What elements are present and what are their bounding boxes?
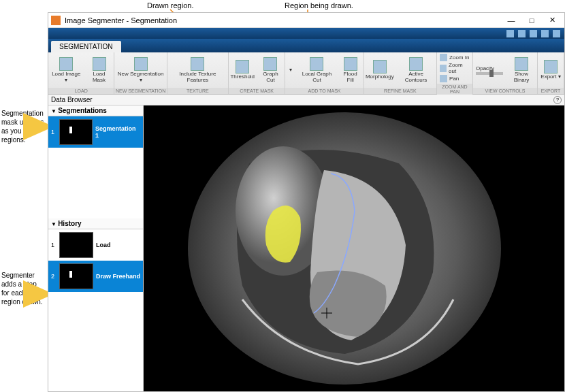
pan-button[interactable]: Pan bbox=[440, 75, 470, 82]
new-segmentation-button[interactable]: New Segmentation ▾ bbox=[114, 52, 166, 88]
annotation-step-added: Segmenter adds a step for each region dr… bbox=[1, 271, 46, 306]
texture-icon bbox=[191, 57, 204, 71]
item-index: 2 bbox=[51, 273, 56, 280]
addto-dropdown[interactable]: ▾ bbox=[285, 52, 296, 88]
binary-icon bbox=[515, 57, 528, 71]
localgc-icon bbox=[310, 57, 323, 71]
graphcut-icon bbox=[263, 57, 277, 71]
side-panel: Segmentations 1 Segmentation 1 History 1… bbox=[48, 105, 144, 391]
zoom-in-button[interactable]: Zoom In bbox=[440, 54, 470, 61]
collapse-icon[interactable]: ? bbox=[553, 96, 562, 104]
segmentations-header[interactable]: Segmentations bbox=[48, 105, 143, 116]
history-thumb bbox=[59, 263, 93, 289]
segmentation-item[interactable]: 1 Segmentation 1 bbox=[48, 116, 143, 148]
threshold-button[interactable]: Threshold bbox=[229, 52, 257, 88]
item-index: 1 bbox=[51, 242, 56, 248]
local-graph-cut-button[interactable]: Local Graph Cut bbox=[296, 52, 337, 88]
zoomout-icon bbox=[440, 65, 447, 72]
group-addto-label: ADD TO MASK bbox=[285, 88, 363, 94]
pan-icon bbox=[440, 75, 447, 82]
window-title: Image Segmenter - Segmentation bbox=[65, 16, 502, 24]
history-header[interactable]: History bbox=[48, 218, 143, 229]
qa-icon[interactable] bbox=[506, 30, 514, 37]
load-mask-icon bbox=[93, 57, 106, 71]
morph-icon bbox=[373, 60, 387, 74]
history-label: Draw Freehand bbox=[96, 273, 140, 280]
qa-icon[interactable] bbox=[541, 30, 549, 37]
load-mask-button[interactable]: Load Mask bbox=[84, 52, 114, 88]
mri-image bbox=[181, 109, 508, 388]
group-texture-label: TEXTURE bbox=[167, 88, 228, 94]
data-browser-header[interactable]: Data Browser ? bbox=[48, 95, 564, 105]
group-create-label: CREATE MASK bbox=[229, 88, 285, 94]
contours-icon bbox=[409, 57, 423, 71]
load-image-button[interactable]: Load Image ▾ bbox=[48, 52, 84, 88]
flood-fill-button[interactable]: Flood Fill bbox=[338, 52, 364, 88]
group-load-label: LOAD bbox=[48, 88, 114, 94]
active-contours-button[interactable]: Active Contours bbox=[396, 52, 436, 88]
segmentation-label: Segmentation 1 bbox=[95, 125, 140, 139]
segmentation-thumb bbox=[59, 119, 93, 145]
group-export-label: EXPORT bbox=[538, 88, 564, 94]
group-zoom-label: ZOOM AND PAN bbox=[437, 84, 472, 95]
group-newseg-label: NEW SEGMENTATION bbox=[114, 88, 166, 94]
annotation-being-drawn: Region being drawn. bbox=[285, 1, 353, 10]
graph-cut-button[interactable]: Graph Cut bbox=[257, 52, 285, 88]
annotation-drawn-region: Drawn region. bbox=[147, 1, 193, 10]
image-canvas[interactable] bbox=[144, 105, 564, 391]
item-index: 1 bbox=[51, 129, 56, 135]
qa-icon[interactable] bbox=[553, 30, 560, 37]
history-item-draw[interactable]: 2 Draw Freehand bbox=[48, 261, 143, 292]
app-icon bbox=[51, 16, 61, 25]
history-thumb bbox=[59, 232, 93, 258]
close-button[interactable]: ✕ bbox=[543, 14, 562, 27]
qa-icon[interactable] bbox=[530, 30, 537, 37]
history-label: Load bbox=[96, 242, 111, 248]
new-seg-icon bbox=[134, 57, 148, 71]
app-window: Image Segmenter - Segmentation — □ ✕ SEG… bbox=[48, 12, 565, 392]
annotation-mask-updates: Segmentation mask updates as you draw re… bbox=[1, 109, 46, 144]
export-icon bbox=[544, 60, 558, 74]
minimize-button[interactable]: — bbox=[502, 14, 521, 27]
history-item-load[interactable]: 1 Load bbox=[48, 229, 143, 261]
texture-button[interactable]: Include Texture Features bbox=[167, 52, 228, 88]
group-refine-label: REFINE MASK bbox=[364, 88, 436, 94]
group-view-label: VIEW CONTROLS bbox=[473, 88, 537, 94]
tab-segmentation[interactable]: SEGMENTATION bbox=[51, 41, 121, 52]
data-browser-label: Data Browser bbox=[51, 96, 93, 103]
zoomin-icon bbox=[440, 54, 447, 61]
morphology-button[interactable]: Morphology bbox=[364, 52, 396, 88]
tab-bar: SEGMENTATION bbox=[48, 39, 564, 52]
show-binary-button[interactable]: Show Binary bbox=[506, 52, 537, 88]
zoom-out-button[interactable]: Zoom out bbox=[440, 62, 470, 74]
titlebar: Image Segmenter - Segmentation — □ ✕ bbox=[48, 13, 564, 28]
floodfill-icon bbox=[344, 57, 357, 71]
export-button[interactable]: Export ▾ bbox=[538, 52, 564, 88]
qa-icon[interactable] bbox=[518, 30, 526, 37]
ribbon: Load Image ▾ Load Mask LOAD New Segmenta… bbox=[48, 52, 564, 95]
threshold-icon bbox=[236, 60, 249, 74]
maximize-button[interactable]: □ bbox=[522, 14, 541, 27]
load-image-icon bbox=[59, 57, 73, 71]
opacity-slider[interactable] bbox=[476, 72, 503, 75]
quickaccess-bar bbox=[48, 28, 564, 39]
